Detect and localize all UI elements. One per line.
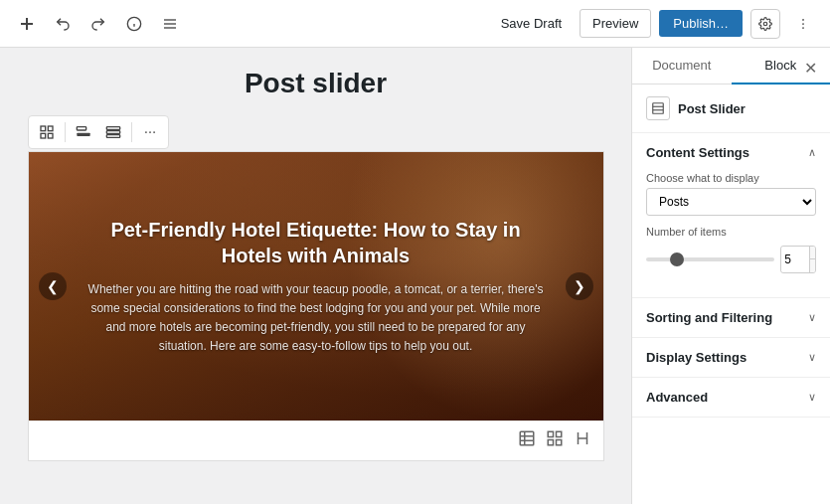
post-slider-block: Pet-Friendly Hotel Etiquette: How to Sta… xyxy=(28,151,604,461)
section-display-settings: Display Settings ∨ xyxy=(632,338,830,378)
sidebar-content: Content Settings ∧ Choose what to displa… xyxy=(632,133,830,504)
block-list-view[interactable] xyxy=(99,118,127,146)
svg-rect-18 xyxy=(106,135,119,138)
svg-rect-14 xyxy=(77,127,85,130)
section-content-settings: Content Settings ∧ Choose what to displa… xyxy=(632,133,830,298)
svg-point-6 xyxy=(763,22,767,26)
settings-button[interactable] xyxy=(750,9,780,39)
add-block-button[interactable] xyxy=(12,9,42,39)
section-sorting-filtering-toggle[interactable]: Sorting and Filtering ∨ xyxy=(632,298,830,337)
block-bottom-icons xyxy=(29,420,603,460)
svg-rect-12 xyxy=(41,133,46,138)
svg-point-19 xyxy=(145,131,147,133)
items-row: ▲ ▼ xyxy=(646,246,816,273)
svg-rect-15 xyxy=(77,133,89,136)
bottom-icon-heading[interactable] xyxy=(574,429,591,452)
sidebar: Document Block ✕ Post Slider Content Set… xyxy=(631,48,830,504)
slider-overlay: Pet-Friendly Hotel Etiquette: How to Sta… xyxy=(29,152,603,420)
slider-heading: Pet-Friendly Hotel Etiquette: How to Sta… xyxy=(88,217,544,268)
items-increment-button[interactable]: ▲ xyxy=(810,247,816,259)
save-draft-button[interactable]: Save Draft xyxy=(491,10,572,37)
bottom-icon-grid[interactable] xyxy=(546,429,564,452)
more-options-button[interactable] xyxy=(788,9,818,39)
svg-rect-11 xyxy=(48,126,53,131)
block-type-header: Post Slider xyxy=(632,84,830,133)
section-display-settings-toggle[interactable]: Display Settings ∨ xyxy=(632,338,830,377)
svg-rect-1 xyxy=(26,18,28,30)
block-more-options[interactable] xyxy=(136,118,164,146)
svg-rect-29 xyxy=(556,440,561,445)
num-items-field: Number of items ▲ ▼ xyxy=(646,226,816,273)
svg-rect-10 xyxy=(41,126,46,131)
section-display-settings-title: Display Settings xyxy=(646,350,747,365)
block-align-left[interactable] xyxy=(70,118,97,146)
svg-point-7 xyxy=(802,19,804,21)
toolbar-left xyxy=(12,9,185,39)
items-decrement-button[interactable]: ▼ xyxy=(810,259,816,272)
block-type-switcher[interactable] xyxy=(33,118,61,146)
slider-next-button[interactable]: ❯ xyxy=(566,272,593,300)
items-number-input[interactable] xyxy=(781,247,809,272)
section-content-settings-title: Content Settings xyxy=(646,145,749,160)
items-range-slider[interactable] xyxy=(646,257,774,261)
svg-rect-26 xyxy=(548,431,553,436)
editor-area: Post slider xyxy=(0,48,631,504)
slider-prev-button[interactable]: ❮ xyxy=(39,272,67,300)
svg-rect-27 xyxy=(556,431,561,436)
bottom-icon-table[interactable] xyxy=(518,429,536,452)
main-area: Post slider xyxy=(0,48,830,504)
tab-document[interactable]: Document xyxy=(632,48,732,84)
section-sorting-filtering-arrow: ∨ xyxy=(808,311,816,324)
slider-body: Whether you are hitting the road with yo… xyxy=(88,280,544,357)
svg-rect-22 xyxy=(520,431,534,445)
section-sorting-filtering-title: Sorting and Filtering xyxy=(646,310,772,325)
svg-point-21 xyxy=(153,131,155,133)
section-advanced-arrow: ∨ xyxy=(808,391,816,404)
page-title: Post slider xyxy=(20,68,611,99)
section-content-settings-toggle[interactable]: Content Settings ∧ xyxy=(632,133,830,172)
choose-display-field: Choose what to display Posts Pages xyxy=(646,172,816,216)
toolbar: Save Draft Preview Publish… xyxy=(0,0,830,48)
svg-point-20 xyxy=(149,131,151,133)
svg-rect-16 xyxy=(106,127,119,130)
svg-point-9 xyxy=(802,27,804,29)
menu-button[interactable] xyxy=(155,9,185,39)
sidebar-close-button[interactable]: ✕ xyxy=(798,56,822,80)
section-display-settings-arrow: ∨ xyxy=(808,351,816,364)
section-advanced-title: Advanced xyxy=(646,390,708,405)
block-toolbar xyxy=(28,115,169,149)
svg-rect-13 xyxy=(48,133,53,138)
section-content-settings-arrow: ∧ xyxy=(808,146,816,159)
section-sorting-filtering: Sorting and Filtering ∨ xyxy=(632,298,830,338)
toolbar-right: Save Draft Preview Publish… xyxy=(491,9,818,39)
slider-container: Pet-Friendly Hotel Etiquette: How to Sta… xyxy=(29,152,603,420)
publish-button[interactable]: Publish… xyxy=(659,10,743,37)
choose-display-label: Choose what to display xyxy=(646,172,816,184)
num-items-label: Number of items xyxy=(646,226,816,238)
sidebar-tabs: Document Block ✕ xyxy=(632,48,830,84)
block-type-label: Post Slider xyxy=(678,101,746,116)
svg-rect-28 xyxy=(548,440,553,445)
undo-button[interactable] xyxy=(48,9,78,39)
svg-point-8 xyxy=(802,23,804,25)
section-advanced-toggle[interactable]: Advanced ∨ xyxy=(632,378,830,417)
choose-display-select[interactable]: Posts Pages xyxy=(646,188,816,216)
redo-button[interactable] xyxy=(83,9,113,39)
preview-button[interactable]: Preview xyxy=(580,9,651,38)
info-button[interactable] xyxy=(119,9,149,39)
section-content-settings-body: Choose what to display Posts Pages Numbe… xyxy=(632,172,830,297)
block-type-icon xyxy=(646,96,670,120)
section-advanced: Advanced ∨ xyxy=(632,378,830,418)
svg-rect-17 xyxy=(106,131,119,134)
svg-rect-30 xyxy=(653,103,664,114)
